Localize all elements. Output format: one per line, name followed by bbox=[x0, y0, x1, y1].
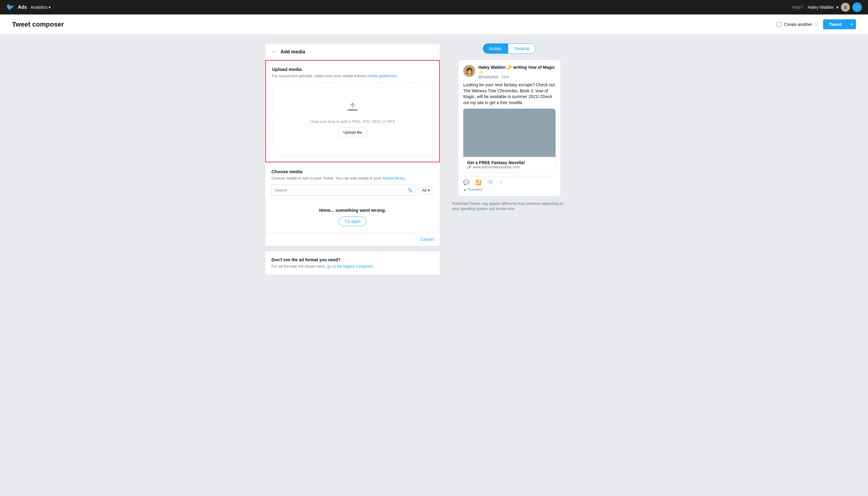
search-row: 🔍 All ▾ bbox=[271, 185, 434, 196]
desktop-preview-button[interactable]: Desktop bbox=[508, 44, 536, 54]
tweet-user-name: Haley Walden 🔑 writing Vow of Magic ✨ bbox=[478, 65, 555, 75]
choose-media-desc-text: Choose media to add to your Tweet. You c… bbox=[271, 176, 382, 181]
search-input[interactable] bbox=[275, 188, 408, 192]
try-again-button[interactable]: Try again bbox=[339, 216, 366, 226]
drag-drop-text: Drag and drop to add a PNG, JPG, MOV or … bbox=[310, 119, 395, 124]
tweet-preview: 👩 Haley Walden 🔑 writing Vow of Magic ✨ … bbox=[458, 60, 561, 197]
analytics-label: Analytics bbox=[30, 5, 47, 10]
right-panel: Mobile Desktop 👩 Haley Walden 🔑 writing … bbox=[452, 44, 567, 275]
user-chevron-icon: ▾ bbox=[836, 5, 838, 10]
promoted-label: ▲ Promoted bbox=[463, 188, 555, 191]
page-header: Tweet composer Create another ⓘ Tweet ▾ bbox=[0, 15, 868, 34]
share-icon[interactable]: ↑ bbox=[500, 180, 502, 185]
preview-toggle: Mobile Desktop bbox=[452, 44, 567, 54]
ad-format-desc-text: For ad formats not shown here, bbox=[271, 264, 327, 268]
tweet-user-info: Haley Walden 🔑 writing Vow of Magic ✨ @h… bbox=[478, 65, 555, 79]
create-another-wrapper: Create another ⓘ bbox=[777, 22, 818, 27]
user-menu[interactable]: Haley Walden ▾ 👤 🐦 bbox=[808, 2, 862, 12]
ad-format-card: Don't see the ad format you need? For ad… bbox=[265, 251, 440, 275]
cancel-button[interactable]: Cancel bbox=[421, 237, 434, 242]
search-icon: 🔍 bbox=[408, 188, 413, 192]
choose-media-title: Choose media bbox=[271, 169, 434, 174]
card-header-title: Add media bbox=[281, 49, 305, 55]
media-guidelines-link[interactable]: media guidelines bbox=[367, 74, 397, 78]
topnav-left: 🐦 Ads Analytics ▾ bbox=[6, 3, 51, 11]
analytics-chevron-icon: ▾ bbox=[49, 5, 51, 10]
tweet-dropdown-icon: ▾ bbox=[851, 22, 853, 27]
tweet-body-text: Looking for your next fantasy escape? Ch… bbox=[463, 82, 555, 106]
topnav-right: Help? Haley Walden ▾ 👤 🐦 bbox=[792, 2, 862, 12]
add-media-card: ← Add media Upload media For successful … bbox=[265, 44, 440, 246]
tweet-avatar: 👩 bbox=[463, 65, 475, 77]
tweet-user-handle: @haleydub · 21m bbox=[478, 75, 555, 79]
top-navigation: 🐦 Ads Analytics ▾ Help? Haley Walden ▾ 👤… bbox=[0, 0, 868, 15]
upload-dropzone[interactable]: Drag and drop to add a PNG, JPG, MOV or … bbox=[272, 82, 433, 156]
ads-label: Ads bbox=[18, 4, 27, 10]
error-section: Hmm... something went wrong. Try again bbox=[265, 202, 440, 232]
retweet-icon[interactable]: 🔁 bbox=[475, 180, 482, 185]
tweet-actions: 💬 🔁 🤍 ↑ bbox=[463, 176, 555, 185]
link-icon: 🔗 bbox=[467, 165, 472, 169]
back-button[interactable]: ← bbox=[271, 49, 277, 55]
upload-cloud-icon bbox=[347, 101, 359, 115]
ad-format-suffix: . bbox=[374, 264, 375, 268]
ad-format-content: Don't see the ad format you need? For ad… bbox=[265, 251, 440, 275]
tweet-button[interactable]: Tweet bbox=[823, 19, 848, 29]
tweet-link-title: Get a FREE Fantasy Novella! bbox=[467, 160, 552, 165]
tweet-dropdown-button[interactable]: ▾ bbox=[848, 19, 856, 29]
twitter-action-button[interactable]: 🐦 bbox=[852, 2, 862, 12]
all-label: All bbox=[422, 188, 426, 192]
upload-desc-text: For successful uploads, make sure your m… bbox=[272, 74, 367, 78]
all-filter-dropdown[interactable]: All ▾ bbox=[418, 186, 434, 195]
error-text: Hmm... something went wrong. bbox=[319, 207, 386, 213]
tweet-image-placeholder bbox=[463, 109, 555, 157]
card-footer: Cancel bbox=[265, 232, 440, 246]
svg-rect-1 bbox=[347, 110, 358, 111]
main-content: ← Add media Upload media For successful … bbox=[253, 34, 615, 284]
choose-media-section: Choose media Choose media to add to your… bbox=[265, 162, 440, 202]
card-header: ← Add media bbox=[265, 44, 440, 60]
info-icon: ⓘ bbox=[815, 22, 818, 27]
tweet-url-text: www.authorhaleywalden.com bbox=[473, 165, 520, 169]
upload-section: Upload media For successful uploads, mak… bbox=[265, 60, 440, 162]
ad-format-title: Don't see the ad format you need? bbox=[271, 257, 434, 262]
legacy-composer-link[interactable]: go to the legacy composer bbox=[327, 264, 373, 268]
upload-title: Upload media bbox=[272, 67, 433, 72]
tweet-avatar-image: 👩 bbox=[465, 67, 473, 75]
mobile-preview-button[interactable]: Mobile bbox=[483, 44, 508, 54]
create-another-checkbox[interactable] bbox=[777, 22, 782, 27]
ad-format-desc: For ad formats not shown here, go to the… bbox=[271, 264, 434, 268]
like-icon[interactable]: 🤍 bbox=[487, 180, 493, 185]
tweet-link-url: 🔗 www.authorhaleywalden.com bbox=[467, 165, 552, 169]
analytics-menu-button[interactable]: Analytics ▾ bbox=[30, 5, 51, 10]
avatar: 👤 bbox=[841, 3, 850, 12]
bird-icon: 🐦 bbox=[855, 5, 860, 10]
back-icon: ← bbox=[271, 49, 277, 55]
user-name: Haley Walden bbox=[808, 5, 834, 10]
upload-desc: For successful uploads, make sure your m… bbox=[272, 74, 433, 78]
help-link[interactable]: Help? bbox=[792, 5, 803, 10]
tweet-button-group: Tweet ▾ bbox=[823, 19, 856, 29]
page-title: Tweet composer bbox=[12, 20, 64, 28]
twitter-bird-icon: 🐦 bbox=[6, 3, 14, 11]
tweet-header: 👩 Haley Walden 🔑 writing Vow of Magic ✨ … bbox=[463, 65, 555, 79]
preview-note: Published Tweets may appear differently … bbox=[452, 201, 567, 212]
avatar-initials: 👤 bbox=[843, 6, 847, 9]
media-library-link[interactable]: Media library bbox=[382, 176, 405, 181]
create-another-label: Create another bbox=[784, 22, 812, 27]
reply-icon[interactable]: 💬 bbox=[463, 180, 469, 185]
upload-file-button[interactable]: Upload file bbox=[337, 127, 367, 137]
promoted-icon: ▲ bbox=[463, 188, 467, 191]
dropdown-chevron-icon: ▾ bbox=[428, 188, 430, 192]
choose-media-desc: Choose media to add to your Tweet. You c… bbox=[271, 176, 434, 181]
promoted-text: Promoted bbox=[468, 188, 482, 191]
left-panel: ← Add media Upload media For successful … bbox=[265, 44, 440, 275]
search-input-wrapper: 🔍 bbox=[271, 185, 416, 196]
header-actions: Create another ⓘ Tweet ▾ bbox=[777, 19, 856, 29]
tweet-link-card: Get a FREE Fantasy Novella! 🔗 www.author… bbox=[463, 157, 555, 173]
